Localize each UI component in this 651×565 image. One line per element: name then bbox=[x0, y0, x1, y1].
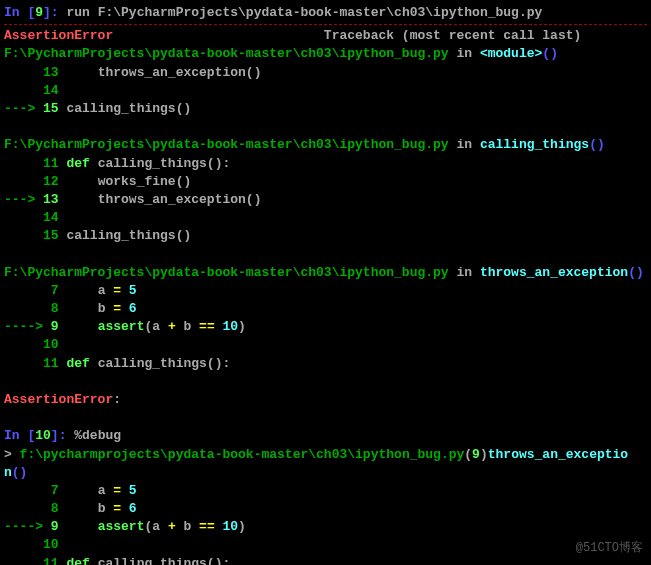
code-line: 14 bbox=[4, 82, 647, 100]
code-line: 11 def calling_things(): bbox=[4, 555, 647, 565]
frame-header-3: F:\PycharmProjects\pydata-book-master\ch… bbox=[4, 264, 647, 282]
code-line: 11 def calling_things(): bbox=[4, 155, 647, 173]
code-line: 12 works_fine() bbox=[4, 173, 647, 191]
debug-header-cont: n() bbox=[4, 464, 647, 482]
frame-header-2: F:\PycharmProjects\pydata-book-master\ch… bbox=[4, 136, 647, 154]
prompt: In [9]: bbox=[4, 5, 66, 20]
code-line: 10 bbox=[4, 336, 647, 354]
code-line: 8 b = 6 bbox=[4, 300, 647, 318]
code-line: 8 b = 6 bbox=[4, 500, 647, 518]
code-line: 15 calling_things() bbox=[4, 227, 647, 245]
code-line: ---> 13 throws_an_exception() bbox=[4, 191, 647, 209]
code-line: ----> 9 assert(a + b == 10) bbox=[4, 518, 647, 536]
command: run F:\PycharmProjects\pydata-book-maste… bbox=[66, 5, 542, 20]
watermark: @51CTO博客 bbox=[576, 540, 643, 557]
final-error: AssertionError: bbox=[4, 391, 647, 409]
code-line: 13 throws_an_exception() bbox=[4, 64, 647, 82]
command: %debug bbox=[74, 428, 121, 443]
code-line: 10 bbox=[4, 536, 647, 554]
input-line-1[interactable]: In [9]: run F:\PycharmProjects\pydata-bo… bbox=[4, 4, 647, 22]
traceback-header: AssertionError Traceback (most recent ca… bbox=[4, 27, 647, 45]
debug-header: > f:\pycharmprojects\pydata-book-master\… bbox=[4, 446, 647, 464]
code-line: ---> 15 calling_things() bbox=[4, 100, 647, 118]
input-line-2[interactable]: In [10]: %debug bbox=[4, 427, 647, 445]
code-line: 11 def calling_things(): bbox=[4, 355, 647, 373]
separator bbox=[4, 24, 647, 25]
prompt: In [10]: bbox=[4, 428, 74, 443]
code-line: 14 bbox=[4, 209, 647, 227]
frame-header-1: F:\PycharmProjects\pydata-book-master\ch… bbox=[4, 45, 647, 63]
code-line: ----> 9 assert(a + b == 10) bbox=[4, 318, 647, 336]
code-line: 7 a = 5 bbox=[4, 282, 647, 300]
code-line: 7 a = 5 bbox=[4, 482, 647, 500]
